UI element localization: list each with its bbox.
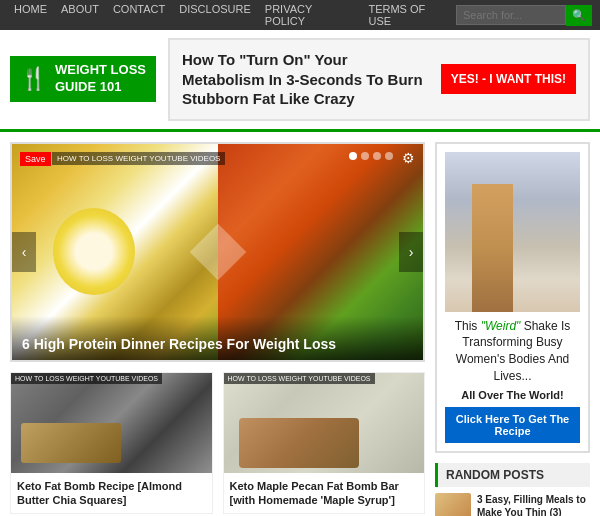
card-1-title: Keto Fat Bomb Recipe [Almond Butter Chia…	[11, 473, 212, 514]
nav-home[interactable]: HOME	[8, 0, 53, 31]
header-ad-banner: How To "Turn On" Your Metabolism In 3-Se…	[168, 38, 590, 121]
random-posts-title: RANDOM POSTS	[435, 463, 590, 487]
nav-about[interactable]: ABOUT	[55, 0, 105, 31]
card-1-image	[11, 373, 212, 473]
random-post-1-title[interactable]: 3 Easy, Filling Meals to Make You Thin (…	[477, 493, 590, 516]
card-2-title: Keto Maple Pecan Fat Bomb Bar [with Home…	[224, 473, 425, 514]
search-input[interactable]	[456, 5, 566, 25]
sidebar-ad-button[interactable]: Click Here To Get The Recipe	[445, 407, 580, 443]
slider-dot-1[interactable]	[349, 152, 357, 160]
sidebar-ad: This "Weird" Shake Is Transforming Busy …	[435, 142, 590, 453]
card-2-image-wrap: HOW TO LOSS WEIGHT YOUTUBE VIDEOS	[224, 373, 425, 473]
nav-links: HOME ABOUT CONTACT DISCLOSURE PRIVACY PO…	[8, 0, 456, 31]
card-1: HOW TO LOSS WEIGHT YOUTUBE VIDEOS Keto F…	[10, 372, 213, 515]
slider-dot-2[interactable]	[361, 152, 369, 160]
site-header: 🍴 WEIGHT LOSS GUIDE 101 How To "Turn On"…	[0, 30, 600, 132]
slider-next-button[interactable]: ›	[399, 232, 423, 272]
card-1-category: HOW TO LOSS WEIGHT YOUTUBE VIDEOS	[11, 373, 162, 384]
main-nav: HOME ABOUT CONTACT DISCLOSURE PRIVACY PO…	[0, 0, 600, 30]
slider-caption: 6 High Protein Dinner Recipes For Weight…	[12, 316, 423, 360]
header-ad-button[interactable]: YES! - I WANT THIS!	[441, 64, 576, 94]
slider-settings-icon[interactable]: ⚙	[402, 150, 415, 166]
card-grid: HOW TO LOSS WEIGHT YOUTUBE VIDEOS Keto F…	[10, 372, 425, 515]
sidebar-ad-subtitle: All Over The World!	[445, 389, 580, 401]
slider-save-button[interactable]: Save	[20, 152, 51, 166]
random-post-1: 3 Easy, Filling Meals to Make You Thin (…	[435, 493, 590, 516]
content-area: Save HOW TO LOSS WEIGHT YOUTUBE VIDEOS ⚙…	[10, 142, 425, 517]
sidebar: This "Weird" Shake Is Transforming Busy …	[435, 142, 590, 517]
slider-dot-4[interactable]	[385, 152, 393, 160]
card-1-image-wrap: HOW TO LOSS WEIGHT YOUTUBE VIDEOS	[11, 373, 212, 473]
nav-contact[interactable]: CONTACT	[107, 0, 171, 31]
logo-fork-icon: 🍴	[20, 66, 47, 92]
random-post-1-image	[435, 493, 471, 516]
sidebar-ad-title: This "Weird" Shake Is Transforming Busy …	[445, 318, 580, 385]
header-ad-text: How To "Turn On" Your Metabolism In 3-Se…	[182, 50, 431, 109]
slider-prev-button[interactable]: ‹	[12, 232, 36, 272]
slider-category-tag: HOW TO LOSS WEIGHT YOUTUBE VIDEOS	[52, 152, 225, 165]
sidebar-ad-image	[445, 152, 580, 312]
card-2: HOW TO LOSS WEIGHT YOUTUBE VIDEOS Keto M…	[223, 372, 426, 515]
featured-slider: Save HOW TO LOSS WEIGHT YOUTUBE VIDEOS ⚙…	[10, 142, 425, 362]
card-2-image	[224, 373, 425, 473]
nav-privacy[interactable]: PRIVACY POLICY	[259, 0, 361, 31]
main-layout: Save HOW TO LOSS WEIGHT YOUTUBE VIDEOS ⚙…	[0, 132, 600, 517]
nav-terms[interactable]: TERMS OF USE	[362, 0, 456, 31]
random-post-1-info: 3 Easy, Filling Meals to Make You Thin (…	[477, 493, 590, 516]
search-wrap: 🔍	[456, 5, 592, 26]
logo-text: WEIGHT LOSS GUIDE 101	[55, 62, 146, 96]
slider-dots	[349, 152, 393, 160]
nav-disclosure[interactable]: DISCLOSURE	[173, 0, 257, 31]
search-button[interactable]: 🔍	[566, 5, 592, 26]
slider-dot-3[interactable]	[373, 152, 381, 160]
card-2-category: HOW TO LOSS WEIGHT YOUTUBE VIDEOS	[224, 373, 375, 384]
site-logo[interactable]: 🍴 WEIGHT LOSS GUIDE 101	[10, 56, 156, 102]
